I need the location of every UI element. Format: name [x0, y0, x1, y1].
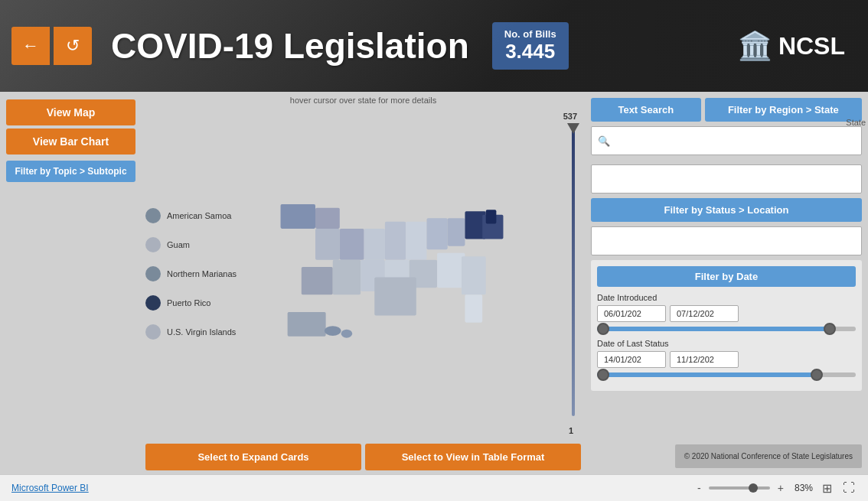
date-introduced-inputs: 06/01/202 07/12/202: [597, 305, 856, 322]
svg-rect-23: [485, 210, 496, 223]
list-item: Guam: [145, 237, 237, 252]
map-hint: hover cursor over state for more details: [145, 96, 581, 105]
zoom-indicator: [749, 483, 758, 493]
svg-rect-8: [447, 218, 465, 246]
bills-label: No. of Bills: [504, 28, 556, 40]
zoom-controls: - +: [694, 480, 787, 496]
sidebar: View Map View Bar Chart Filter by Topic …: [0, 92, 142, 474]
state-label: State: [846, 118, 866, 127]
territory-dot: [145, 324, 161, 340]
view-map-button[interactable]: View Map: [6, 99, 135, 125]
state-filter-area[interactable]: [591, 164, 862, 194]
slider-thumb-right[interactable]: [824, 323, 836, 335]
view-table-button[interactable]: Select to View in Table Format: [365, 444, 581, 470]
list-item: American Samoa: [145, 208, 237, 223]
fullscreen-button[interactable]: ⛶: [841, 480, 857, 496]
date-last-status-label: Date of Last Status: [597, 339, 856, 348]
bills-value: 3.445: [504, 40, 556, 63]
svg-rect-1: [315, 207, 340, 228]
powerbi-link[interactable]: Microsoft Power BI: [11, 483, 89, 493]
page-title: COVID-19 Legislation: [111, 25, 469, 67]
svg-rect-0: [280, 204, 315, 229]
svg-rect-11: [301, 266, 332, 294]
svg-point-21: [324, 326, 341, 336]
text-search-input[interactable]: 🔍: [591, 126, 862, 155]
svg-rect-16: [437, 252, 465, 287]
date-introduced-label: Date Introduced: [597, 293, 856, 302]
filter-region-button[interactable]: Filter by Region > State: [705, 98, 862, 122]
slider-thumb-right[interactable]: [811, 369, 823, 381]
svg-rect-6: [406, 221, 426, 259]
map-scale-area: 537 1: [547, 108, 581, 439]
svg-rect-5: [384, 221, 405, 259]
filter-status-area[interactable]: [591, 226, 862, 255]
date-introduced-group: Date Introduced 06/01/202 07/12/202: [597, 293, 856, 331]
center-area: hover cursor over state for more details…: [142, 92, 585, 474]
svg-rect-18: [465, 294, 482, 322]
us-map-area[interactable]: [240, 108, 543, 439]
zoom-in-button[interactable]: +: [775, 480, 787, 496]
filter-date-section: Filter by Date Date Introduced 06/01/202…: [591, 260, 862, 391]
territories-list: American Samoa Guam Northern Marianas Pu…: [145, 108, 237, 439]
date-introduced-slider[interactable]: [597, 327, 856, 331]
back-button[interactable]: ←: [11, 27, 50, 65]
territory-name: American Samoa: [167, 211, 231, 220]
list-item: Northern Marianas: [145, 266, 237, 281]
bar-indicator: [567, 123, 579, 134]
territory-dot: [145, 266, 161, 281]
territory-name: Puerto Rico: [167, 298, 210, 307]
date-last-status-slider[interactable]: [597, 372, 856, 377]
filter-header-row: Text Search Filter by Region > State: [591, 98, 862, 122]
expand-cards-button[interactable]: Select to Expand Cards: [145, 444, 361, 470]
svg-point-22: [341, 329, 352, 337]
ncsl-icon: 🏛️: [738, 30, 772, 62]
date-introduced-end[interactable]: 07/12/202: [670, 305, 739, 322]
territory-dot: [145, 295, 161, 311]
svg-rect-3: [339, 228, 364, 259]
svg-rect-17: [461, 256, 485, 294]
bar-max-label: 537: [563, 112, 577, 121]
header: ← ↺ COVID-19 Legislation No. of Bills 3.…: [0, 0, 868, 92]
slider-thumb-left[interactable]: [597, 369, 609, 381]
date-last-status-start[interactable]: 14/01/202: [597, 351, 666, 368]
date-last-status-group: Date of Last Status 14/01/202 11/12/202: [597, 339, 856, 377]
toolbar: Microsoft Power BI - + 83% ⊞ ⛶: [0, 474, 868, 501]
bills-counter: No. of Bills 3.445: [492, 22, 569, 70]
filter-date-header[interactable]: Filter by Date: [597, 266, 856, 287]
svg-rect-20: [287, 312, 325, 337]
filter-status-button[interactable]: Filter by Status > Location: [591, 198, 862, 222]
bar-visual: [572, 123, 575, 416]
bar-min-label: 1: [569, 426, 573, 435]
slider-thumb-left[interactable]: [597, 323, 609, 335]
text-search-button[interactable]: Text Search: [591, 98, 701, 122]
territory-name: Guam: [167, 240, 190, 249]
zoom-out-button[interactable]: -: [694, 480, 704, 496]
zoom-slider[interactable]: [709, 486, 770, 490]
right-panel: Text Search Filter by Region > State 🔍 S…: [585, 92, 868, 474]
map-container: American Samoa Guam Northern Marianas Pu…: [145, 108, 581, 439]
ncsl-logo: 🏛️ NCSL: [738, 30, 845, 62]
copyright-area: © 2020 National Conference of State Legi…: [591, 444, 862, 468]
slider-fill: [597, 327, 830, 331]
us-map-svg: [262, 197, 522, 350]
refresh-button[interactable]: ↺: [54, 27, 92, 65]
date-last-status-end[interactable]: 11/12/202: [670, 351, 739, 368]
date-introduced-start[interactable]: 06/01/202: [597, 305, 666, 322]
fit-page-button[interactable]: ⊞: [821, 480, 834, 497]
main-content: View Map View Bar Chart Filter by Topic …: [0, 92, 868, 474]
svg-rect-2: [315, 228, 340, 259]
list-item: Puerto Rico: [145, 295, 237, 311]
copyright-text: © 2020 National Conference of State Legi…: [675, 444, 862, 468]
slider-fill: [597, 372, 817, 377]
svg-rect-19: [374, 277, 416, 315]
filter-topic-button[interactable]: Filter by Topic > Subtopic: [6, 161, 135, 182]
header-nav-area: ← ↺: [0, 27, 92, 65]
view-bar-chart-button[interactable]: View Bar Chart: [6, 129, 135, 155]
zoom-level-label: 83%: [795, 483, 813, 493]
territory-dot: [145, 237, 161, 252]
svg-rect-12: [332, 259, 360, 294]
territory-name: Northern Marianas: [167, 269, 237, 278]
territory-name: U.S. Virgin Islands: [167, 327, 236, 337]
svg-rect-7: [426, 218, 447, 249]
svg-rect-4: [364, 228, 384, 259]
